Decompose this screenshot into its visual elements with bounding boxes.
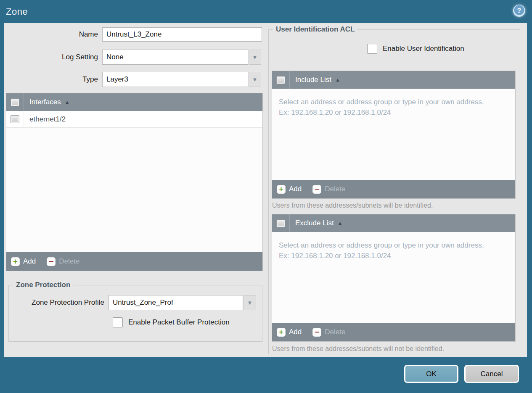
- exclude-list-add-button[interactable]: + Add: [277, 328, 302, 337]
- packet-buffer-protection-checkbox[interactable]: [113, 317, 123, 327]
- type-value[interactable]: Layer3: [102, 72, 248, 87]
- include-list-footer: + Add − Delete: [272, 180, 515, 198]
- log-setting-value[interactable]: None: [102, 50, 248, 65]
- chevron-down-icon: ▼: [247, 300, 253, 306]
- sort-ascending-icon[interactable]: ▲: [338, 220, 343, 226]
- ok-button[interactable]: OK: [404, 365, 458, 383]
- log-setting-select[interactable]: None ▼: [102, 50, 261, 65]
- exclude-list-footer: + Add − Delete: [272, 323, 515, 341]
- add-icon: +: [277, 185, 286, 194]
- interfaces-add-button[interactable]: + Add: [11, 257, 36, 266]
- enable-user-identification-row: Enable User Identification: [367, 44, 532, 54]
- enable-user-identification-label: Enable User Identification: [383, 45, 464, 53]
- zone-dialog-screen: { "dialog": { "title": "Zone" }, "icons"…: [0, 0, 532, 393]
- exclude-list-header-checkbox-cell: [272, 214, 290, 232]
- interfaces-delete-button[interactable]: − Delete: [47, 257, 79, 266]
- name-input[interactable]: [102, 27, 262, 42]
- cancel-button[interactable]: Cancel: [464, 365, 519, 383]
- type-label: Type: [4, 75, 98, 84]
- exclude-list-delete-button[interactable]: − Delete: [312, 328, 345, 337]
- zone-protection-section: Zone Protection Zone Protection Profile …: [8, 281, 262, 342]
- packet-buffer-protection-label: Enable Packet Buffer Protection: [128, 318, 230, 327]
- exclude-list-placeholder: Select an address or address group or ty…: [272, 232, 501, 261]
- include-list-header: Include List ▲: [272, 71, 515, 89]
- include-list-select-all-checkbox[interactable]: [276, 76, 285, 84]
- dialog-titlebar: Zone: [0, 0, 532, 23]
- chevron-down-icon: ▼: [252, 76, 258, 83]
- delete-icon: −: [47, 257, 56, 266]
- type-select[interactable]: Layer3 ▼: [102, 72, 261, 87]
- include-list-placeholder: Select an address or address group or ty…: [272, 89, 501, 118]
- user-identification-acl-section: User Identification ACL Enable User Iden…: [268, 25, 520, 354]
- include-list-delete-button[interactable]: − Delete: [312, 185, 345, 194]
- zone-protection-profile-dropdown-icon[interactable]: ▼: [244, 295, 256, 310]
- dialog-title: Zone: [6, 6, 28, 17]
- delete-icon: −: [312, 328, 321, 337]
- add-icon: +: [277, 328, 286, 337]
- interface-row[interactable]: ethernet1/2: [6, 111, 262, 128]
- log-setting-row: Log Setting None ▼: [4, 50, 261, 65]
- include-list-body[interactable]: Select an address or address group or ty…: [272, 89, 515, 180]
- sort-ascending-icon[interactable]: ▲: [335, 77, 340, 83]
- include-list-header-checkbox-cell: [272, 71, 290, 89]
- include-list-add-button[interactable]: + Add: [277, 185, 302, 194]
- sort-ascending-icon[interactable]: ▲: [65, 99, 70, 105]
- add-button-label: Add: [289, 328, 302, 336]
- delete-icon: −: [312, 185, 321, 194]
- dialog-body: Name Log Setting None ▼ Type Layer3 ▼ In…: [4, 23, 527, 357]
- interfaces-header-checkbox-cell: [6, 93, 24, 111]
- delete-button-label: Delete: [59, 257, 79, 266]
- interfaces-grid-footer: + Add − Delete: [6, 252, 262, 271]
- help-glyph: ?: [517, 7, 521, 15]
- exclude-list-helper-text: Users from these addresses/subnets will …: [272, 345, 444, 353]
- interfaces-grid-header: Interfaces ▲: [6, 93, 262, 111]
- zone-protection-profile-select[interactable]: Untrust_Zone_Prof ▼: [109, 295, 256, 310]
- include-list-helper-text: Users from these addresses/subnets will …: [272, 202, 433, 209]
- interfaces-select-all-checkbox[interactable]: [11, 98, 19, 106]
- name-label: Name: [4, 30, 98, 39]
- zone-protection-profile-value[interactable]: Untrust_Zone_Prof: [109, 295, 243, 310]
- exclude-list-column-header[interactable]: Exclude List: [295, 219, 334, 227]
- interface-name: ethernet1/2: [29, 115, 66, 124]
- interfaces-column-header[interactable]: Interfaces: [29, 98, 61, 106]
- delete-button-label: Delete: [325, 185, 345, 193]
- name-row: Name: [4, 27, 262, 42]
- interface-row-checkbox[interactable]: [11, 115, 19, 123]
- interfaces-grid: Interfaces ▲ ethernet1/2 + Add − Delete: [6, 93, 263, 271]
- zone-protection-profile-row: Zone Protection Profile Untrust_Zone_Pro…: [9, 295, 262, 310]
- include-list-grid: Include List ▲ Select an address or addr…: [272, 71, 516, 199]
- add-icon: +: [11, 257, 20, 266]
- log-setting-dropdown-icon[interactable]: ▼: [249, 50, 261, 65]
- help-icon[interactable]: ?: [513, 5, 525, 17]
- type-row: Type Layer3 ▼: [4, 72, 261, 87]
- exclude-list-header: Exclude List ▲: [272, 214, 515, 232]
- include-list-column-header[interactable]: Include List: [295, 76, 331, 84]
- exclude-list-select-all-checkbox[interactable]: [276, 219, 285, 227]
- exclude-list-body[interactable]: Select an address or address group or ty…: [272, 232, 515, 323]
- interface-row-checkbox-cell: [6, 111, 24, 127]
- interfaces-grid-body: [6, 128, 262, 252]
- exclude-list-grid: Exclude List ▲ Select an address or addr…: [272, 214, 516, 342]
- zone-protection-legend: Zone Protection: [13, 281, 73, 289]
- log-setting-label: Log Setting: [4, 53, 98, 61]
- enable-user-identification-checkbox[interactable]: [367, 44, 377, 54]
- delete-button-label: Delete: [325, 328, 345, 336]
- type-dropdown-icon[interactable]: ▼: [249, 72, 261, 87]
- add-button-label: Add: [23, 257, 36, 266]
- user-identification-acl-legend: User Identification ACL: [273, 25, 357, 34]
- zone-protection-profile-label: Zone Protection Profile: [9, 298, 104, 307]
- chevron-down-icon: ▼: [252, 54, 258, 61]
- add-button-label: Add: [289, 185, 302, 193]
